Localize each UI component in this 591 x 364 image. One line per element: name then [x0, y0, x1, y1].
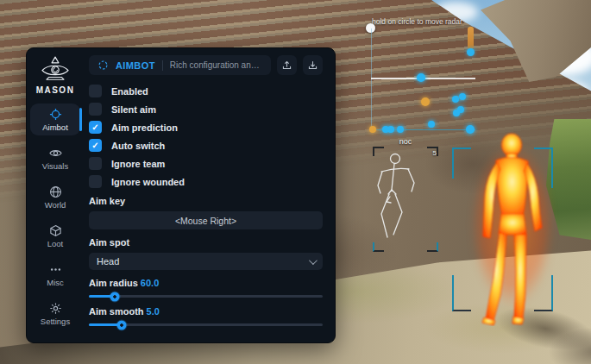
radar-zoom-slider[interactable]: [468, 27, 474, 49]
slider-track[interactable]: [89, 295, 323, 298]
checkbox: [89, 103, 102, 116]
sidebar-nav: Aimbot Visuals World Loot Misc Settings: [27, 104, 84, 329]
toggle-list: Enabled Silent aim Aim prediction Auto s…: [89, 85, 323, 188]
active-indicator: [79, 108, 82, 131]
bracket-corner: [534, 275, 553, 311]
aim-spot-select[interactable]: Head: [89, 253, 323, 270]
toggle-row[interactable]: Ignore wounded: [89, 175, 323, 188]
mason-logo-icon: [40, 56, 71, 82]
gear-icon: [49, 302, 62, 315]
sidebar-item-visuals[interactable]: Visuals: [30, 142, 80, 174]
radar-dot-blue: [453, 110, 460, 116]
reticle-icon: [97, 60, 109, 71]
cheat-menu-panel: MASON Aimbot Visuals World Loot Misc Set…: [26, 47, 336, 343]
toggle-row[interactable]: Silent aim: [89, 103, 323, 116]
radar-dot-blue: [466, 125, 475, 134]
export-config-button[interactable]: [277, 55, 297, 75]
aim-spot-label: Aim spot: [89, 237, 323, 248]
radar-zoom-handle[interactable]: [467, 48, 475, 56]
checkbox: [89, 139, 102, 152]
checkbox: [89, 121, 102, 134]
toggle-row[interactable]: Auto switch: [89, 139, 323, 152]
aim-spot-value: Head: [97, 256, 119, 267]
slider-track[interactable]: [89, 323, 323, 326]
sidebar-item-loot[interactable]: Loot: [30, 220, 80, 252]
aim-smooth-slider: Aim smooth5.0: [89, 306, 323, 326]
sidebar-item-aimbot[interactable]: Aimbot: [30, 104, 80, 135]
radar-tooltip: hold on circle to move radar: [372, 17, 462, 26]
radar-widget: hold on circle to move radar: [371, 28, 475, 130]
section-header: AIMBOT Rich configuration and fine-tunin…: [89, 55, 271, 75]
bracket-corner: [534, 147, 553, 188]
toggle-label: Enabled: [111, 86, 148, 97]
esp-player-name: noc: [399, 137, 412, 146]
upload-icon: [281, 60, 292, 71]
radar-dot-blue: [452, 96, 459, 103]
radar-dot-blue: [397, 126, 404, 133]
globe-icon: [49, 185, 62, 198]
slider-thumb[interactable]: [110, 292, 119, 301]
aim-key-label: Aim key: [89, 196, 323, 206]
esp-box-player: [452, 147, 553, 311]
toggle-row[interactable]: Enabled: [89, 85, 323, 97]
slider-list: Aim radius60.0 Aim smooth5.0: [89, 278, 323, 326]
esp-skeleton: [369, 148, 443, 254]
aim-radius-slider: Aim radius60.0: [89, 278, 323, 298]
aimbot-page: AIMBOT Rich configuration and fine-tunin…: [84, 48, 335, 342]
radar-dot-blue: [459, 93, 466, 100]
sidebar-item-world[interactable]: World: [30, 181, 80, 213]
checkbox: [89, 85, 102, 97]
dots-icon: [49, 263, 62, 276]
radar-dot-blue: [417, 73, 425, 82]
toggle-row[interactable]: Ignore team: [89, 157, 323, 170]
brand-name: MASON: [36, 85, 75, 95]
crosshair-icon: [49, 108, 62, 121]
bracket-corner: [452, 275, 471, 311]
download-icon: [307, 60, 318, 71]
cube-icon: [49, 224, 62, 237]
checkbox: [89, 157, 102, 170]
import-config-button[interactable]: [303, 55, 323, 75]
toggle-label: Auto switch: [111, 141, 165, 151]
eye-icon: [49, 147, 62, 160]
radar-dot-blue: [387, 126, 394, 133]
section-subtitle: Rich configuration and fine-tuning: [170, 60, 262, 70]
sidebar-item-misc[interactable]: Misc: [30, 259, 80, 291]
toggle-label: Ignore wounded: [111, 177, 185, 187]
aim-key-button[interactable]: <Mouse Right>: [89, 211, 323, 229]
chevron-down-icon: [309, 256, 318, 265]
toggle-row[interactable]: Aim prediction: [89, 121, 323, 134]
toggle-label: Ignore team: [111, 159, 165, 169]
checkbox: [89, 175, 102, 188]
game-screen: noc 5 hold on circle to move radar: [0, 0, 591, 364]
toggle-label: Aim prediction: [111, 122, 178, 133]
sidebar: MASON Aimbot Visuals World Loot Misc Set…: [27, 48, 84, 342]
slider-thumb[interactable]: [116, 320, 126, 329]
toggle-label: Silent aim: [111, 104, 156, 115]
sidebar-item-settings[interactable]: Settings: [30, 298, 80, 329]
divider: [162, 60, 163, 71]
radar-left-line: [371, 28, 372, 130]
radar-dot-blue: [428, 121, 435, 128]
section-title: AIMBOT: [116, 60, 155, 71]
bracket-corner: [452, 147, 471, 179]
radar-dot-orange: [369, 126, 376, 133]
radar-dot-orange: [421, 97, 430, 106]
